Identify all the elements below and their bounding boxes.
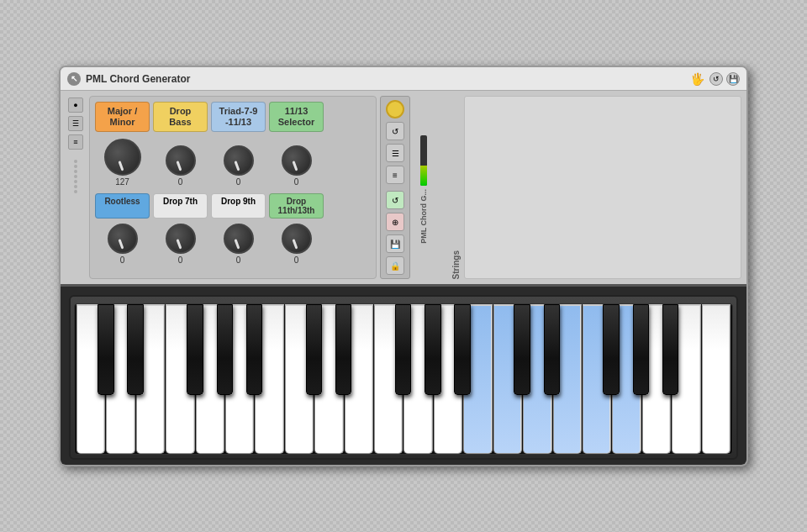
black-key-12[interactable]	[454, 304, 470, 395]
bknob4-container: 0	[269, 224, 324, 265]
rpanel-btn6[interactable]: 💾	[386, 234, 404, 253]
rpanel-btn7[interactable]: 🔒	[386, 256, 404, 275]
knob4-container: 0	[269, 145, 324, 187]
piano-keyboard	[74, 303, 733, 455]
bknob2-label: 0	[178, 255, 183, 265]
hand-icon: 🖐	[690, 72, 704, 86]
level-meter	[420, 135, 427, 186]
black-key-17[interactable]	[603, 304, 619, 395]
selector-btn[interactable]: 11/13Selector	[269, 102, 324, 132]
black-key-5[interactable]	[246, 304, 262, 395]
main-knob-container: 127	[95, 139, 150, 187]
knob2-label: 0	[178, 177, 183, 187]
rpanel-btn4[interactable]: ↺	[386, 191, 404, 209]
meter-fill	[420, 166, 427, 186]
cursor-icon: ↖	[67, 72, 81, 86]
bknob4[interactable]	[282, 224, 312, 254]
rpanel-btn5[interactable]: ⊕	[386, 213, 404, 231]
bknob4-label: 0	[294, 255, 299, 265]
plugin-main: ● ☰ ≡ Major /Minor DropBass Triad-7-9-11…	[61, 91, 746, 284]
drop9-btn[interactable]: Drop 9th	[211, 193, 266, 219]
display-area	[464, 96, 741, 279]
black-key-18[interactable]	[633, 304, 649, 395]
triad-btn[interactable]: Triad-7-9-11/13	[211, 102, 266, 132]
drop7-btn[interactable]: Drop 7th	[153, 193, 208, 219]
meter-section: PML Chord G...	[414, 96, 434, 279]
bknob3-label: 0	[236, 255, 241, 265]
bottom-chord-buttons: Rootless Drop 7th Drop 9th Drop11th/13th	[95, 193, 371, 219]
drop11-btn[interactable]: Drop11th/13th	[269, 193, 324, 219]
sidebar-left: ● ☰ ≡	[66, 96, 86, 279]
top-chord-buttons: Major /Minor DropBass Triad-7-9-11/13 11…	[95, 102, 371, 132]
knob3-label: 0	[236, 177, 241, 187]
bknob1-container: 0	[95, 224, 150, 265]
sidebar-dots	[74, 160, 77, 193]
bknob1-label: 0	[120, 255, 125, 265]
bknob1[interactable]	[108, 224, 138, 254]
black-key-15[interactable]	[544, 304, 560, 395]
black-key-0[interactable]	[98, 304, 113, 395]
knob3[interactable]	[224, 145, 254, 176]
title-bar: ↖ PML Chord Generator 🖐 ↺ 💾	[61, 67, 746, 91]
window-title: PML Chord Generator	[86, 73, 685, 85]
instrument-section: Strings	[437, 96, 461, 279]
black-key-3[interactable]	[187, 304, 203, 395]
rpanel-btn2[interactable]: ☰	[386, 144, 404, 162]
rpanel-btn3[interactable]: ≡	[386, 166, 404, 184]
bknob3[interactable]	[224, 224, 254, 254]
black-key-11[interactable]	[425, 304, 440, 395]
black-key-7[interactable]	[306, 304, 322, 395]
rpanel-btn1[interactable]: ↺	[386, 122, 404, 140]
black-key-4[interactable]	[217, 304, 233, 395]
bknob2-container: 0	[153, 224, 208, 265]
knob4[interactable]	[282, 145, 312, 176]
plugin-window: ↖ PML Chord Generator 🖐 ↺ 💾 ● ☰ ≡ Major …	[59, 66, 748, 466]
knob2[interactable]	[166, 145, 196, 176]
top-knob-row: 127 0 0 0	[95, 139, 371, 187]
menu-btn[interactable]: ☰	[68, 116, 83, 131]
main-knob-label: 127	[115, 177, 129, 187]
white-key-22[interactable]	[702, 304, 731, 454]
plugin-vertical-label: PML Chord G...	[419, 189, 428, 244]
list-btn[interactable]: ≡	[68, 134, 83, 150]
black-key-10[interactable]	[395, 304, 411, 395]
power-circle-btn[interactable]	[386, 100, 404, 119]
bknob3-container: 0	[211, 224, 266, 265]
rootless-btn[interactable]: Rootless	[95, 193, 150, 219]
drop-bass-btn[interactable]: DropBass	[153, 102, 208, 132]
black-key-1[interactable]	[127, 304, 143, 395]
title-controls: ↺ 💾	[709, 72, 740, 86]
controls-area: Major /Minor DropBass Triad-7-9-11/13 11…	[89, 96, 377, 279]
black-key-14[interactable]	[514, 304, 530, 395]
save-btn[interactable]: 💾	[726, 72, 740, 86]
knob3-container: 0	[211, 145, 266, 187]
knob2-container: 0	[153, 145, 208, 187]
bottom-knob-row: 0 0 0 0	[95, 224, 371, 265]
knob4-label: 0	[294, 177, 299, 187]
instrument-label: Strings	[451, 250, 461, 279]
bknob2[interactable]	[166, 224, 196, 254]
black-key-8[interactable]	[335, 304, 351, 395]
black-key-19[interactable]	[662, 304, 678, 395]
right-panel: ↺ ☰ ≡ ↺ ⊕ 💾 🔒	[380, 96, 410, 279]
main-knob[interactable]	[104, 139, 141, 176]
piano-section	[61, 284, 746, 465]
major-minor-btn[interactable]: Major /Minor	[95, 102, 150, 132]
power-btn[interactable]: ●	[68, 97, 83, 113]
refresh-btn[interactable]: ↺	[709, 72, 723, 86]
